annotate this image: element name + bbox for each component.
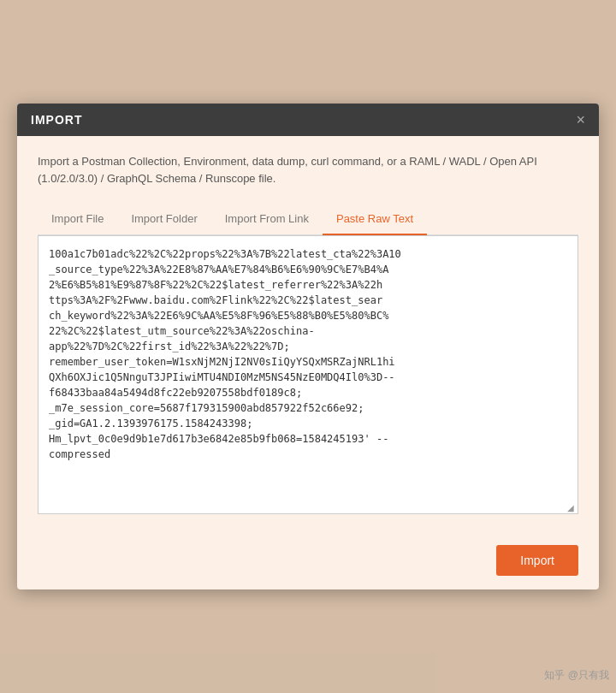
modal-footer: Import [17, 531, 599, 589]
tabs-container: Import File Import Folder Import From Li… [38, 204, 578, 235]
import-button[interactable]: Import [496, 545, 578, 576]
description-text: Import a Postman Collection, Environment… [38, 153, 578, 187]
tab-paste-raw-text[interactable]: Paste Raw Text [323, 204, 427, 235]
tab-import-file[interactable]: Import File [38, 204, 117, 235]
modal-title: IMPORT [31, 113, 82, 127]
close-button[interactable]: × [576, 112, 585, 127]
raw-text-input[interactable] [38, 236, 578, 510]
tab-import-from-link[interactable]: Import From Link [211, 204, 323, 235]
modal-header: IMPORT × [17, 104, 599, 136]
textarea-container: ◢ [38, 235, 578, 514]
import-modal: IMPORT × Import a Postman Collection, En… [17, 104, 599, 589]
watermark: 知乎 @只有我 [544, 668, 609, 683]
modal-body: Import a Postman Collection, Environment… [17, 136, 599, 531]
tab-import-folder[interactable]: Import Folder [117, 204, 210, 235]
resize-handle-icon: ◢ [567, 503, 576, 512]
